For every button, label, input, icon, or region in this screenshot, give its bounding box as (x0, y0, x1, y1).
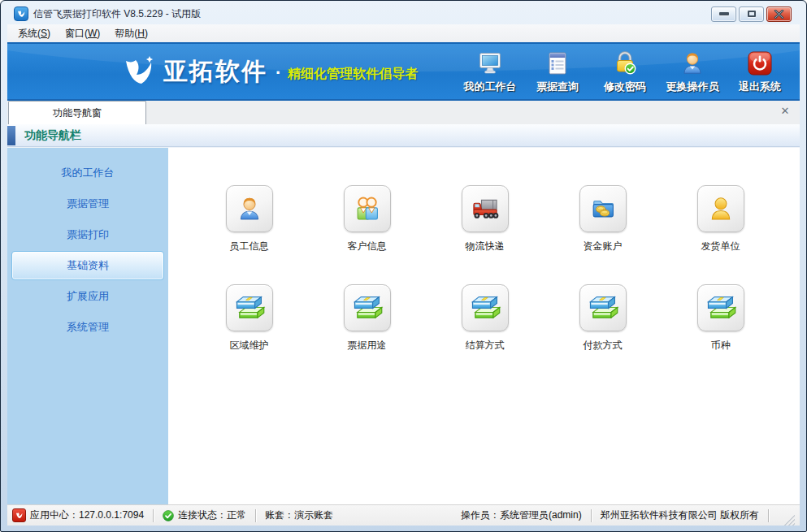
books-icon (462, 284, 509, 331)
toolbar-my-workbench[interactable]: 我的工作台 (462, 50, 518, 94)
section-title: 功能导航栏 (24, 128, 81, 143)
grid-item-currency[interactable]: 币种 (662, 284, 779, 353)
shortcut-grid: 员工信息 (168, 148, 800, 383)
books-icon (226, 284, 273, 331)
status-operator: 操作员：系统管理员(admin) (461, 508, 582, 522)
title-bar: 信管飞票据打印软件 V8.5.229 - 试用版 (7, 1, 800, 24)
grid-item-settlement-method[interactable]: 结算方式 (426, 284, 544, 353)
status-connection: 连接状态：正常 (163, 508, 246, 522)
section-header: 功能导航栏 (7, 124, 800, 147)
toolbar-change-operator[interactable]: 更换操作员 (664, 50, 721, 94)
menu-help[interactable]: 帮助(H) (107, 24, 155, 43)
connection-ok-icon (163, 510, 174, 521)
restore-icon (748, 11, 756, 17)
user-icon (679, 50, 706, 77)
folder-coins-icon (579, 185, 627, 232)
menu-bar: 系统(S) 窗口(W) 帮助(H) (7, 24, 800, 42)
books-icon (697, 284, 744, 331)
brand-slogan: 精细化管理软件倡导者 (288, 66, 418, 83)
restore-button[interactable] (739, 6, 764, 22)
brand-block: 亚拓软件 · 精细化管理软件倡导者 (119, 53, 418, 90)
toolbar-ticket-query[interactable]: 票据查询 (529, 50, 586, 94)
books-icon (344, 284, 391, 331)
close-button[interactable] (766, 6, 792, 22)
status-account-set: 账套：演示账套 (265, 508, 333, 522)
status-separator (768, 509, 769, 522)
brand-swoosh-icon (119, 53, 157, 90)
app-center-icon (12, 508, 26, 522)
tab-strip: 功能导航窗 ✕ (7, 101, 800, 124)
brand-name: 亚拓软件 (163, 55, 267, 89)
monitor-icon (476, 50, 504, 77)
gold-person-icon (697, 185, 744, 232)
sidebar-item-extensions[interactable]: 扩展应用 (11, 281, 164, 312)
status-bar: 应用中心：127.0.0.1:7094 连接状态：正常 账套：演示账套 操作员：… (7, 504, 800, 526)
sidebar-item-system-management[interactable]: 系统管理 (11, 312, 164, 343)
tab-close-icon[interactable]: ✕ (779, 105, 792, 118)
status-copyright: 郑州亚拓软件科技有限公司 版权所有 (601, 508, 759, 522)
grid-item-fund-accounts[interactable]: 资金账户 (544, 185, 662, 253)
app-logo-icon (14, 6, 28, 21)
menu-window[interactable]: 窗口(W) (58, 24, 107, 43)
minimize-icon (719, 12, 729, 15)
status-app-center: 应用中心：127.0.0.1:7094 (12, 508, 144, 522)
status-separator (591, 509, 592, 522)
grid-item-payment-method[interactable]: 付款方式 (544, 284, 662, 353)
grid-item-customer-info[interactable]: 客户信息 (308, 185, 426, 253)
resize-grip[interactable] (784, 515, 795, 526)
grid-item-region-maintenance[interactable]: 区域维护 (190, 284, 308, 353)
grid-item-logistics[interactable]: 物流快递 (426, 185, 544, 253)
truck-icon (462, 185, 509, 232)
banner-toolbar: 我的工作台 票据查询 (462, 50, 800, 94)
sidebar-item-ticket-print[interactable]: 票据打印 (11, 219, 164, 250)
sidebar-item-workbench[interactable]: 我的工作台 (11, 158, 164, 188)
grid-item-shipping-units[interactable]: 发货单位 (662, 185, 779, 253)
status-separator (255, 509, 256, 522)
document-list-icon (544, 50, 571, 77)
brand-separator: · (276, 63, 281, 84)
toolbar-exit-system[interactable]: 退出系统 (731, 50, 788, 94)
sidebar-item-ticket-management[interactable]: 票据管理 (11, 188, 164, 219)
tab-function-nav[interactable]: 功能导航窗 (8, 101, 146, 124)
employee-icon (226, 185, 273, 232)
toolbar-change-password[interactable]: 修改密码 (597, 50, 653, 94)
sidebar-item-basic-data[interactable]: 基础资料 (11, 251, 164, 280)
close-icon (774, 10, 784, 19)
main-panel: 员工信息 (168, 148, 800, 504)
minimize-button[interactable] (711, 6, 736, 22)
menu-system[interactable]: 系统(S) (11, 24, 58, 43)
grid-item-employee-info[interactable]: 员工信息 (190, 185, 308, 253)
status-separator (153, 509, 154, 522)
brand-banner: 亚拓软件 · 精细化管理软件倡导者 我的工作台 (7, 42, 800, 101)
books-icon (579, 284, 627, 331)
window-title: 信管飞票据打印软件 V8.5.229 - 试用版 (33, 7, 711, 21)
section-accent-bar (7, 126, 15, 145)
lock-check-icon (611, 50, 639, 77)
nav-sidebar: 我的工作台 票据管理 票据打印 基础资料 扩展应用 系统管理 (7, 148, 168, 504)
app-window: 信管飞票据打印软件 V8.5.229 - 试用版 系统(S) 窗口(W) 帮助(… (0, 0, 807, 532)
grid-item-ticket-usage[interactable]: 票据用途 (308, 284, 426, 353)
power-icon (746, 50, 774, 77)
customers-icon (344, 185, 391, 232)
